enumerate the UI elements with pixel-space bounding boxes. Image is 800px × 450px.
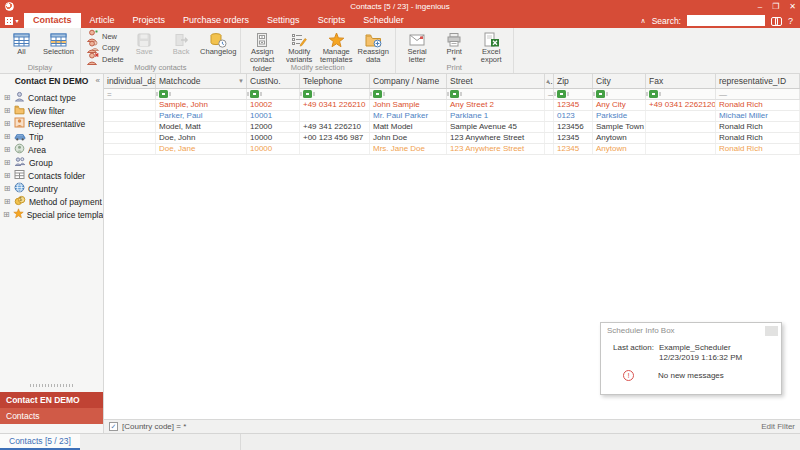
tree-expand-icon[interactable]: ⊞ bbox=[3, 197, 11, 206]
grid-cell[interactable]: John Doe bbox=[370, 133, 447, 143]
grid-cell[interactable]: Doe, Jane bbox=[156, 144, 247, 154]
filter-cell-fax[interactable] bbox=[646, 89, 716, 99]
grid-cell[interactable]: Ronald Rich bbox=[716, 100, 800, 110]
grid-cell[interactable] bbox=[646, 144, 716, 154]
grid-cell[interactable] bbox=[104, 100, 156, 110]
selection-button[interactable]: Selection bbox=[40, 30, 77, 56]
grid-cell[interactable]: Parker, Paul bbox=[156, 111, 247, 121]
column-header-telephone[interactable]: Telephone bbox=[300, 74, 370, 88]
grid-cell[interactable]: Any Street 2 bbox=[447, 100, 545, 110]
sidebar-item-representative[interactable]: ⊞Representative bbox=[0, 117, 103, 130]
column-header-custno[interactable]: CustNo. bbox=[247, 74, 300, 88]
grid-cell[interactable]: Anytown bbox=[593, 144, 646, 154]
grid-cell[interactable]: Parkside bbox=[593, 111, 646, 121]
table-row[interactable]: Doe, John10000+00 123 456 987John Doe123… bbox=[104, 133, 800, 144]
grid-cell[interactable]: +49 0341 226210 bbox=[300, 100, 370, 110]
grid-cell[interactable]: Ronald Rich bbox=[716, 122, 800, 132]
menu-tab-scripts[interactable]: Scripts bbox=[309, 13, 355, 28]
grid-cell[interactable] bbox=[545, 133, 554, 143]
tree-expand-icon[interactable]: ⊞ bbox=[3, 93, 11, 102]
grid-cell[interactable]: +49 341 226210 bbox=[300, 122, 370, 132]
app-menu-button[interactable]: ▾ bbox=[0, 13, 24, 28]
column-header-company-name[interactable]: Company / Name bbox=[370, 74, 447, 88]
grid-cell[interactable]: 10002 bbox=[247, 100, 300, 110]
column-header-matchcode[interactable]: Matchcode▼ bbox=[156, 74, 247, 88]
filter-cell-matchcode[interactable] bbox=[156, 89, 247, 99]
edit-filter-link[interactable]: Edit Filter bbox=[761, 422, 795, 431]
close-icon[interactable]: ✕ bbox=[789, 0, 796, 13]
manage-templates-button[interactable]: Manage templates bbox=[318, 30, 355, 65]
tree-expand-icon[interactable]: ⊞ bbox=[3, 119, 11, 128]
grid-cell[interactable]: Model, Matt bbox=[156, 122, 247, 132]
changelog-button[interactable]: Changelog bbox=[200, 30, 237, 56]
print-button[interactable]: Print▼ bbox=[436, 30, 473, 62]
grid-cell[interactable]: Parklane 1 bbox=[447, 111, 545, 121]
grid-cell[interactable]: Mrs. Jane Doe bbox=[370, 144, 447, 154]
column-header-fax[interactable]: Fax bbox=[646, 74, 716, 88]
column-header-[interactable]: ...▲ bbox=[545, 74, 554, 88]
grid-cell[interactable] bbox=[545, 144, 554, 154]
menu-tab-article[interactable]: Article bbox=[81, 13, 124, 28]
sidebar-item-country[interactable]: ⊞Country bbox=[0, 182, 103, 195]
grid-cell[interactable] bbox=[545, 111, 554, 121]
sidebar-item-method-of-payment[interactable]: ⊞$Method of payment bbox=[0, 195, 103, 208]
filter-cell-telephone[interactable] bbox=[300, 89, 370, 99]
tree-expand-icon[interactable]: ⊞ bbox=[3, 171, 11, 180]
table-row[interactable]: Parker, Paul10001Mr. Paul ParkerParklane… bbox=[104, 111, 800, 122]
grid-cell[interactable]: 12000 bbox=[247, 122, 300, 132]
menu-tab-projects[interactable]: Projects bbox=[124, 13, 175, 28]
filter-cell-street[interactable] bbox=[447, 89, 545, 99]
help-icon[interactable]: ? bbox=[788, 16, 793, 26]
tree-expand-icon[interactable]: ⊞ bbox=[3, 106, 11, 115]
grid-cell[interactable]: Anytown bbox=[593, 133, 646, 143]
column-header-individual-date-1[interactable]: individual_date_1 bbox=[104, 74, 156, 88]
grid-cell[interactable]: Any City bbox=[593, 100, 646, 110]
filter-expression[interactable]: [Country code] = * bbox=[122, 422, 186, 431]
grid-cell[interactable]: Mr. Paul Parker bbox=[370, 111, 447, 121]
grid-cell[interactable]: 12345 bbox=[554, 100, 593, 110]
modify-variants-button[interactable]: Modify variants bbox=[281, 30, 318, 65]
column-header-zip[interactable]: Zip bbox=[554, 74, 593, 88]
sidebar-item-trip[interactable]: ⊞Trip bbox=[0, 130, 103, 143]
filter-checkbox[interactable]: ✓ bbox=[109, 422, 118, 431]
grid-cell[interactable] bbox=[545, 122, 554, 132]
filter-cell-representative-id[interactable]: — bbox=[716, 89, 800, 99]
reassign-data-button[interactable]: Reassign data bbox=[355, 30, 392, 65]
sidebar-item-special-price-templates[interactable]: ⊞Special price templates bbox=[0, 208, 103, 221]
grid-cell[interactable] bbox=[104, 122, 156, 132]
all-button[interactable]: All bbox=[3, 30, 40, 56]
sidebar-group-button-contact-en-demo[interactable]: Contact EN DEMO bbox=[0, 392, 103, 408]
grid-cell[interactable]: Doe, John bbox=[156, 133, 247, 143]
grid-cell[interactable]: 10000 bbox=[247, 144, 300, 154]
menu-tab-purchase-orders[interactable]: Purchase orders bbox=[174, 13, 258, 28]
grid-cell[interactable] bbox=[646, 122, 716, 132]
grid-cell[interactable]: 10000 bbox=[247, 133, 300, 143]
column-header-representative-id[interactable]: representative_ID bbox=[716, 74, 800, 88]
grid-cell[interactable]: 12345 bbox=[554, 144, 593, 154]
filter-cell-custno[interactable] bbox=[247, 89, 300, 99]
bottom-tab-contacts-5-23[interactable]: Contacts [5 / 23] bbox=[0, 434, 80, 450]
grid-cell[interactable]: +00 123 456 987 bbox=[300, 133, 370, 143]
sidebar-item-group[interactable]: ⊞Group bbox=[0, 156, 103, 169]
grid-cell[interactable]: Sample Town bbox=[593, 122, 646, 132]
search-input[interactable] bbox=[687, 15, 765, 26]
grid-cell[interactable]: Ronald Rich bbox=[716, 144, 800, 154]
grid-cell[interactable]: 123 Anywhere Street bbox=[447, 133, 545, 143]
sidebar-item-view-filter[interactable]: ⊞View filter bbox=[0, 104, 103, 117]
tree-expand-icon[interactable]: ⊞ bbox=[3, 132, 11, 141]
maximize-icon[interactable]: ❐ bbox=[772, 0, 779, 13]
grid-cell[interactable] bbox=[545, 100, 554, 110]
grid-cell[interactable] bbox=[104, 111, 156, 121]
sidebar-item-contact-type[interactable]: ⊞Contact type bbox=[0, 91, 103, 104]
grid-cell[interactable]: Ronald Rich bbox=[716, 133, 800, 143]
grid-cell[interactable]: John Sample bbox=[370, 100, 447, 110]
grid-cell[interactable] bbox=[104, 144, 156, 154]
grid-cell[interactable] bbox=[300, 111, 370, 121]
tree-expand-icon[interactable]: ⊞ bbox=[3, 158, 11, 167]
sidebar-group-button-contacts[interactable]: Contacts bbox=[0, 408, 103, 424]
filter-cell-zip[interactable] bbox=[554, 89, 593, 99]
minimize-icon[interactable]: – bbox=[758, 0, 762, 13]
tree-expand-icon[interactable]: ⊞ bbox=[3, 210, 10, 219]
grid-cell[interactable]: 10001 bbox=[247, 111, 300, 121]
grid-cell[interactable]: Sample Avenue 45 bbox=[447, 122, 545, 132]
